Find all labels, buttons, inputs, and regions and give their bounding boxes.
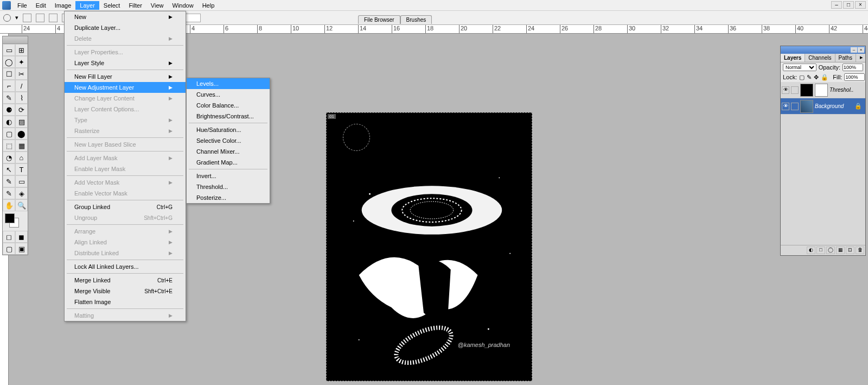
tool-15[interactable]: ⬤ (15, 128, 28, 140)
layer-thumb[interactable] (800, 84, 813, 97)
tool-4[interactable]: ☐ (3, 68, 15, 80)
link-icon[interactable] (791, 86, 799, 94)
menu-select[interactable]: Select (99, 1, 125, 10)
tool-22[interactable]: ✎ (3, 175, 15, 187)
menu-item-channel-mixer-[interactable]: Channel Mixer... (187, 146, 270, 157)
menu-item-gradient-map-[interactable]: Gradient Map... (187, 157, 270, 168)
layer-threshol..[interactable]: 👁Threshol.. (781, 82, 865, 98)
tool-21[interactable]: T (15, 163, 28, 175)
menu-view[interactable]: View (146, 1, 168, 10)
menu-item-selective-color-[interactable]: Selective Color... (187, 135, 270, 146)
menu-item-lock-all-linked-layers-[interactable]: Lock All Linked Layers... (65, 261, 186, 272)
menu-item-invert-[interactable]: Invert... (187, 171, 270, 181)
tool-10[interactable]: ⚈ (3, 104, 15, 116)
tool-16[interactable]: ⬚ (3, 140, 15, 152)
tool-19[interactable]: ⌂ (15, 152, 28, 163)
toolbox-titlebar[interactable] (3, 36, 28, 44)
lock-pixels-icon[interactable]: ✎ (807, 74, 812, 81)
tool-2[interactable]: ◯ (3, 56, 15, 68)
menu-item-layer-style[interactable]: Layer Style▶ (65, 58, 186, 68)
opacity-input[interactable] (843, 64, 863, 71)
menu-file[interactable]: File (13, 1, 31, 10)
ellipse-tool-icon[interactable] (3, 14, 11, 22)
tab-brushes[interactable]: Brushes (400, 15, 432, 24)
panel-minimize-icon[interactable]: – (851, 47, 857, 53)
tab-channels[interactable]: Channels (805, 54, 835, 62)
layer-background[interactable]: 👁Background🔒 (781, 98, 865, 115)
footer-icon-1[interactable]: □ (816, 247, 825, 254)
menu-item-threshold-[interactable]: Threshold... (187, 181, 270, 192)
tool-26[interactable]: ✋ (3, 199, 15, 211)
layer-thumb[interactable] (815, 84, 828, 97)
option-icon[interactable] (49, 14, 58, 22)
menu-item-new-adjustment-layer[interactable]: New Adjustment Layer▶ (65, 82, 186, 93)
option-icon[interactable] (36, 14, 44, 22)
menu-item-flatten-image[interactable]: Flatten Image (65, 296, 186, 307)
minimize-button[interactable]: – (831, 1, 842, 9)
quickmask-off[interactable]: ◻ (3, 231, 15, 243)
menu-item-new-fill-layer[interactable]: New Fill Layer▶ (65, 71, 186, 82)
canvas[interactable]: 01 @kamesh_pradhan (326, 112, 532, 381)
menu-image[interactable]: Image (50, 1, 76, 10)
tool-18[interactable]: ◔ (3, 152, 15, 163)
tool-5[interactable]: ✂ (15, 68, 28, 80)
menu-item-posterize-[interactable]: Posterize... (187, 192, 270, 203)
blend-mode-select[interactable]: Normal (783, 64, 816, 71)
menu-help[interactable]: Help (198, 1, 219, 10)
menu-layer[interactable]: Layer (75, 1, 99, 10)
tool-6[interactable]: ⌐ (3, 80, 15, 92)
panel-close-icon[interactable]: × (858, 47, 864, 53)
footer-icon-5[interactable]: 🗑 (856, 247, 864, 254)
lock-position-icon[interactable]: ✥ (814, 74, 819, 81)
tool-14[interactable]: ▢ (3, 128, 15, 140)
menu-item-brightness-contrast-[interactable]: Brightness/Contrast... (187, 111, 270, 122)
menu-item-color-balance-[interactable]: Color Balance... (187, 100, 270, 111)
tool-7[interactable]: / (15, 80, 28, 92)
lock-all-icon[interactable]: 🔒 (821, 74, 828, 81)
screen-mode[interactable]: ▣ (15, 243, 28, 255)
footer-icon-4[interactable]: ⊡ (846, 247, 854, 254)
tool-27[interactable]: 🔍 (15, 199, 28, 211)
tool-13[interactable]: ▨ (15, 116, 28, 128)
menu-item-group-linked[interactable]: Group LinkedCtrl+G (65, 201, 186, 212)
close-button[interactable]: × (855, 1, 866, 9)
layer-thumb[interactable] (800, 100, 813, 113)
panel-menu-icon[interactable]: ▸ (856, 54, 865, 62)
footer-icon-3[interactable]: ▦ (836, 247, 845, 254)
tab-file-browser[interactable]: File Browser (358, 15, 400, 24)
tool-24[interactable]: ✎ (3, 187, 15, 199)
maximize-button[interactable]: □ (843, 1, 854, 9)
tool-8[interactable]: ✎ (3, 92, 15, 104)
tool-25[interactable]: ◈ (15, 187, 28, 199)
footer-icon-2[interactable]: ◯ (826, 247, 835, 254)
menu-item-hue-saturation-[interactable]: Hue/Saturation... (187, 124, 270, 135)
menu-item-new[interactable]: New▶ (65, 11, 186, 22)
tool-1[interactable]: ⊞ (15, 44, 28, 56)
tool-3[interactable]: ✦ (15, 56, 28, 68)
tool-23[interactable]: ▭ (15, 175, 28, 187)
lock-transparent-icon[interactable]: ▢ (799, 74, 805, 81)
menu-item-duplicate-layer-[interactable]: Duplicate Layer... (65, 22, 186, 33)
screen-mode[interactable]: ▢ (3, 243, 15, 255)
menu-window[interactable]: Window (168, 1, 198, 10)
visibility-icon[interactable]: 👁 (782, 103, 789, 110)
option-icon[interactable] (23, 14, 31, 22)
tab-paths[interactable]: Paths (835, 54, 857, 62)
tool-9[interactable]: ⌇ (15, 92, 28, 104)
menu-edit[interactable]: Edit (31, 1, 50, 10)
tool-20[interactable]: ↖ (3, 163, 15, 175)
color-swatch[interactable] (4, 212, 27, 230)
panel-titlebar[interactable]: – × (781, 46, 865, 54)
link-icon[interactable] (791, 103, 799, 110)
quickmask-on[interactable]: ◼ (15, 231, 28, 243)
tool-11[interactable]: ⟳ (15, 104, 28, 116)
foreground-color[interactable] (5, 213, 15, 223)
visibility-icon[interactable]: 👁 (782, 86, 789, 94)
tab-layers[interactable]: Layers (781, 54, 805, 62)
fill-input[interactable] (844, 73, 865, 81)
tool-17[interactable]: ▦ (15, 140, 28, 152)
tool-dropdown-icon[interactable]: ▾ (15, 14, 18, 21)
menu-item-curves-[interactable]: Curves... (187, 89, 270, 100)
tool-12[interactable]: ◐ (3, 116, 15, 128)
tool-0[interactable]: ▭ (3, 44, 15, 56)
